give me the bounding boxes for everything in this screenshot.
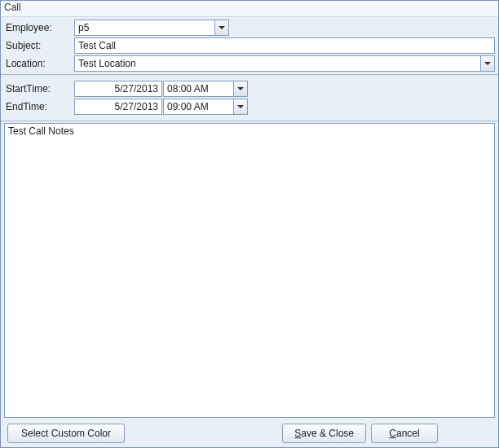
header-fields: Employee: Subject: Location:: [1, 17, 498, 75]
chevron-down-icon: [484, 62, 491, 65]
cancel-button[interactable]: Cancel: [371, 424, 438, 443]
location-combo[interactable]: [74, 55, 495, 72]
end-time-input[interactable]: [163, 99, 233, 115]
chevron-down-icon: [237, 105, 244, 108]
save-close-post: ave & Close: [301, 428, 354, 439]
chevron-down-icon: [237, 87, 244, 90]
time-fields: StartTime: EndTime:: [1, 75, 498, 121]
save-close-button[interactable]: Save & Close: [282, 424, 366, 443]
start-time-combo[interactable]: [163, 81, 248, 97]
dialog-footer: Select Custom Color Save & Close Cancel: [1, 419, 498, 447]
cancel-mnemonic: C: [389, 428, 396, 439]
subject-label: Subject:: [4, 40, 74, 51]
start-time-dropdown-button[interactable]: [233, 81, 248, 97]
location-label: Location:: [4, 58, 74, 69]
location-input[interactable]: [74, 55, 480, 72]
subject-input[interactable]: [74, 37, 495, 54]
notes-textarea[interactable]: [4, 123, 495, 418]
chevron-down-icon: [219, 26, 225, 29]
call-dialog: Call Employee: Subject: Location:: [0, 0, 499, 448]
notes-container: [4, 123, 495, 418]
dialog-title: Call: [1, 1, 498, 17]
end-time-dropdown-button[interactable]: [233, 99, 248, 115]
end-time-combo[interactable]: [163, 99, 248, 115]
end-date-input[interactable]: [74, 99, 162, 115]
employee-combo[interactable]: [74, 20, 229, 36]
employee-input[interactable]: [74, 20, 214, 36]
start-time-input[interactable]: [163, 81, 233, 97]
start-time-label: StartTime:: [4, 83, 74, 94]
cancel-post: ancel: [396, 428, 420, 439]
employee-label: Employee:: [4, 22, 74, 33]
location-dropdown-button[interactable]: [480, 55, 495, 72]
start-date-input[interactable]: [74, 81, 162, 97]
select-custom-color-button[interactable]: Select Custom Color: [7, 424, 125, 443]
end-time-label: EndTime:: [4, 101, 74, 112]
employee-dropdown-button[interactable]: [214, 20, 229, 36]
